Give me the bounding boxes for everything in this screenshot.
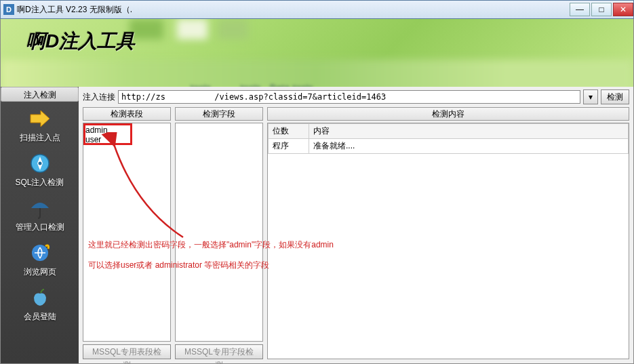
arrow-right-icon	[28, 107, 52, 130]
sidebar-item-label: 浏览网页	[1, 266, 79, 278]
tables-header: 检测表段	[83, 107, 171, 121]
col-count[interactable]: 位数	[269, 124, 309, 139]
umbrella-icon	[28, 197, 52, 220]
close-button[interactable]: ✕	[613, 3, 633, 16]
col-content[interactable]: 内容	[309, 124, 629, 139]
minimize-button[interactable]: —	[570, 3, 590, 16]
sidebar-item-label: 会员登陆	[1, 311, 79, 323]
maximize-button[interactable]: □	[591, 3, 612, 16]
compass-icon	[28, 152, 52, 175]
url-input[interactable]	[118, 90, 580, 104]
apple-icon	[28, 286, 52, 309]
cell-content: 准备就绪....	[309, 139, 629, 154]
app-banner: …… tools …… tools Data tools 啊D注入工具	[0, 19, 634, 87]
sidebar-item-admin[interactable]: 管理入口检测	[1, 191, 79, 236]
sidebar: 注入检测 扫描注入点 SQL注入检测 管理入口检测 浏览网页	[1, 87, 79, 363]
content-table: 位数 内容 程序 准备就绪....	[268, 123, 629, 154]
content-header: 检测内容	[267, 107, 629, 121]
fields-list[interactable]	[175, 123, 263, 342]
sidebar-item-scan[interactable]: 扫描注入点	[1, 102, 79, 146]
mssql-field-button[interactable]: MSSQL专用字段检测	[175, 344, 263, 359]
banner-title: 啊D注入工具	[26, 28, 135, 54]
window-titlebar: D 啊D注入工具 V2.23 无限制版（. — □ ✕	[0, 0, 634, 19]
detect-button[interactable]: 检测	[601, 89, 629, 104]
main-panel: 注入连接 ▾ 检测 检测表段 admin user MSSQL专用表段检测 检测…	[79, 87, 633, 363]
mssql-table-button[interactable]: MSSQL专用表段检测	[83, 344, 171, 359]
content-panel: 位数 内容 程序 准备就绪....	[267, 123, 629, 359]
url-dropdown-button[interactable]: ▾	[583, 89, 598, 104]
svg-marker-0	[31, 110, 49, 127]
sidebar-item-sql[interactable]: SQL注入检测	[1, 146, 79, 191]
window-title: 啊D注入工具 V2.23 无限制版（.	[17, 4, 568, 16]
svg-point-3	[38, 162, 41, 165]
table-row[interactable]: user	[85, 135, 168, 144]
cell-count: 程序	[269, 139, 309, 154]
ie-icon	[28, 241, 52, 264]
sidebar-header: 注入检测	[1, 87, 79, 102]
sidebar-item-label: 扫描注入点	[1, 132, 79, 144]
fields-header: 检测字段	[175, 107, 263, 121]
sidebar-item-label: SQL注入检测	[1, 177, 79, 188]
table-row[interactable]: 程序 准备就绪....	[269, 139, 629, 154]
sidebar-item-login[interactable]: 会员登陆	[1, 281, 79, 325]
sidebar-item-label: 管理入口检测	[1, 222, 79, 233]
table-row[interactable]: admin	[85, 125, 168, 135]
url-label: 注入连接	[83, 92, 115, 103]
app-icon: D	[3, 4, 14, 15]
sidebar-item-browse[interactable]: 浏览网页	[1, 236, 79, 281]
tables-list[interactable]: admin user	[83, 123, 171, 342]
